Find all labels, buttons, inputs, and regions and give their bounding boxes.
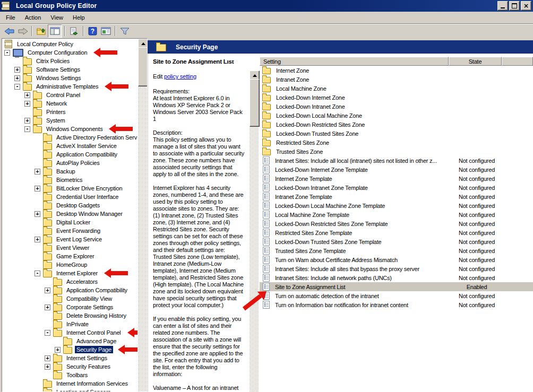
tree-item-label[interactable]: Desktop Window Manager [55,210,124,217]
tree-item-label[interactable]: Digital Locker [55,219,92,226]
tree-item[interactable]: Event Forwarding [3,227,137,235]
column-header-setting[interactable]: Setting [260,57,449,66]
list-row[interactable]: Locked-Down Trusted Sites Zone TemplateN… [260,237,533,246]
setting-name[interactable]: Locked-Down Internet Zone [276,94,451,101]
setting-name[interactable]: Locked-Down Intranet Zone Template [275,185,450,191]
tree-item-label[interactable]: Software Settings [35,66,82,73]
tree-item[interactable]: ActiveX Installer Service [3,142,137,150]
list-row[interactable]: Internet Zone [260,66,533,75]
tree-item[interactable]: +Network [3,99,137,108]
list-row[interactable]: Local Machine Zone TemplateNot configure… [260,210,533,219]
tree-item[interactable]: Accelerators [3,277,137,286]
tree-item-label[interactable]: Event Log Service [55,236,104,243]
tree-expand-icon[interactable]: + [14,67,20,73]
list-row[interactable]: Intranet Sites: Include all sites that b… [260,264,533,273]
tree-expand-icon[interactable]: + [55,347,61,353]
list-row[interactable]: Restricted Sites Zone TemplateNot config… [260,228,533,237]
tree-item-label[interactable]: Security Page [75,346,113,353]
tree-item-label[interactable]: Location and Sensors [55,388,112,391]
list-row[interactable]: Intranet Sites: Include all local (intra… [260,156,533,165]
tree-item[interactable]: AutoPlay Policies [3,159,137,167]
setting-name[interactable]: Trusted Sites Zone Template [275,248,450,254]
tree-scrollbar[interactable] [138,39,147,391]
help-icon[interactable]: ? [86,25,99,37]
tree-item-label[interactable]: Internet Settings [65,354,109,362]
tree-item[interactable]: +Application Compatibility [3,286,137,294]
list-row[interactable]: Local Machine Zone [260,84,533,93]
tree-expand-icon[interactable]: + [35,211,40,217]
tree-item[interactable]: InPrivate [3,320,137,328]
setting-name[interactable]: Locked-Down Intranet Zone [276,103,451,110]
list-row[interactable]: Intranet Zone [260,75,533,84]
list-row[interactable]: Locked-Down Restricted Sites Zone Templa… [260,219,533,228]
list-row[interactable]: Locked-Down Intranet Zone TemplateNot co… [260,183,533,192]
list-row[interactable]: Locked-Down Local Machine Zone [260,111,533,120]
tree-item[interactable]: -Computer Configuration [3,48,137,57]
tree-item-label[interactable]: BitLocker Drive Encryption [55,185,124,192]
tree-item-label[interactable]: Citrix Policies [35,57,71,65]
tree-expand-icon[interactable]: + [35,169,40,175]
tree-item-label[interactable]: Internet Control Panel [65,329,123,336]
list-row[interactable]: Trusted Sites Zone TemplateNot configure… [260,246,533,255]
menu-file[interactable]: File [1,13,20,22]
setting-name[interactable]: Intranet Sites: Include all local (intra… [275,158,450,164]
tree-item[interactable]: -Windows Components [3,125,137,133]
tree-item[interactable]: +Windows Settings [3,74,137,82]
tree-item[interactable]: Internet Information Services [3,379,137,388]
list-row[interactable]: Locked-Down Intranet Zone [260,102,533,111]
tree-item[interactable]: +Security Page [3,345,137,354]
tree-item[interactable]: +Corporate Settings [3,303,137,311]
list-row[interactable]: Turn on automatic detection of the intra… [260,291,533,300]
setting-name[interactable]: Intranet Sites: Include all sites that b… [275,266,450,272]
tree-item-label[interactable]: Event Viewer [55,244,91,251]
tree-item-label[interactable]: Printers [45,108,67,116]
tree-item-label[interactable]: Accelerators [65,278,99,285]
minimize-button[interactable] [497,1,508,11]
filter-icon[interactable] [118,25,131,37]
close-button[interactable]: × [521,1,531,11]
setting-name[interactable]: Local Machine Zone [276,85,451,92]
tree-item[interactable]: +Internet Settings [3,354,137,362]
setting-name[interactable]: Intranet Sites: Include all network path… [275,275,450,281]
list-row[interactable]: Trusted Sites Zone [260,147,533,156]
tree-item[interactable]: Toolbars [3,371,137,379]
setting-name[interactable]: Internet Zone Template [275,176,450,182]
tree-item[interactable]: -Internet Control Panel [3,328,137,337]
setting-name[interactable]: Turn on automatic detection of the intra… [275,293,450,299]
tree-expand-icon[interactable]: + [45,355,50,361]
list-row[interactable]: Turn on Information bar notification for… [260,300,533,309]
tree-item-label[interactable]: HomeGroup [55,261,89,268]
tree-item[interactable]: Location and Sensors [3,388,137,391]
tree-item[interactable]: Event Viewer [3,243,137,252]
tree-item[interactable]: +Security Features [3,362,137,371]
tree-expand-icon[interactable]: + [45,364,50,370]
extended-standard-view-icon[interactable] [99,25,113,37]
tree-item[interactable]: HomeGroup [3,260,137,269]
scrollbar-thumb[interactable] [250,79,260,127]
setting-name[interactable]: Site to Zone Assignment List [275,284,450,290]
list-row[interactable]: Locked-Down Local Machine Zone TemplateN… [260,201,533,210]
tree-item[interactable]: +Backup [3,167,137,176]
tree-expand-icon[interactable]: + [24,92,30,98]
tree-item[interactable]: Desktop Gadgets [3,201,137,210]
list-row[interactable]: Intranet Sites: Include all network path… [260,273,533,282]
tree-item-label[interactable]: Application Compatibility [65,286,129,294]
setting-name[interactable]: Restricted Sites Zone Template [275,230,450,236]
tree-expand-icon[interactable]: + [45,304,50,310]
tree-item-label[interactable]: Corporate Settings [65,303,115,311]
tree-item-label[interactable]: ActiveX Installer Service [55,142,118,150]
tree-item-label[interactable]: InPrivate [65,320,90,328]
tree-item-label[interactable]: Backup [55,168,77,175]
setting-name[interactable]: Locked-Down Trusted Sites Zone Template [275,239,450,245]
tree-item-label[interactable]: Security Features [65,363,112,370]
tree-item-label[interactable]: Windows Settings [35,74,82,82]
tree-expand-icon[interactable]: + [24,101,30,107]
forward-icon[interactable] [16,25,29,37]
setting-name[interactable]: Restricted Sites Zone [276,140,451,146]
tree-item-label[interactable]: Windows Components [45,125,104,133]
setting-name[interactable]: Locked-Down Internet Zone Template [275,167,450,173]
tree-item[interactable]: +Event Log Service [3,235,137,243]
scrollbar-thumb[interactable] [138,47,148,86]
tree-item-label[interactable]: Application Compatibility [55,151,119,158]
tree-item-label[interactable]: Internet Explorer [55,269,99,277]
